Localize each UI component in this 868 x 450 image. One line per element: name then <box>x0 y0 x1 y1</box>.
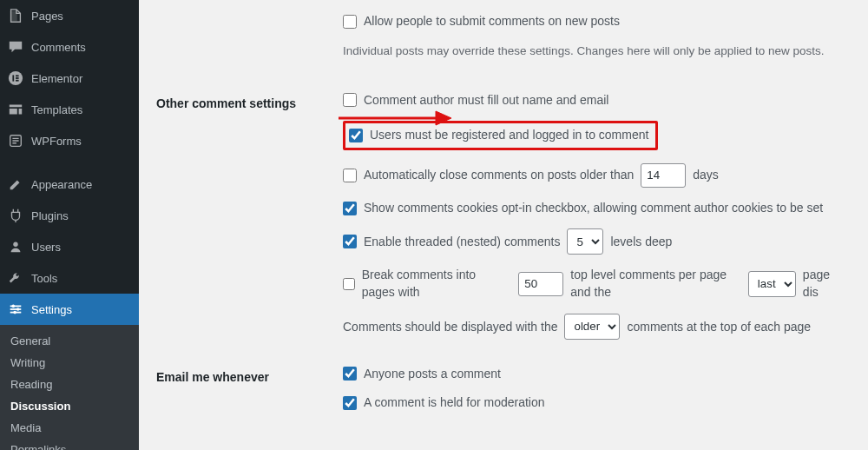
svg-rect-3 <box>16 75 19 76</box>
option-label: Users must be registered and logged in t… <box>370 127 648 144</box>
must-register-checkbox[interactable] <box>349 129 363 142</box>
option-suffix: comments at the top of each page <box>627 320 811 334</box>
threaded-comments-checkbox[interactable] <box>343 235 357 248</box>
sidebar-item-label: WPForms <box>31 135 82 148</box>
auto-close-checkbox[interactable] <box>343 169 357 182</box>
threaded-levels-select[interactable]: 5 <box>567 228 603 255</box>
svg-point-7 <box>13 242 17 247</box>
admin-sidebar: Pages Comments Elementor Templates WPFor… <box>0 0 139 450</box>
sidebar-item-label: Appearance <box>31 178 92 191</box>
submenu-reading[interactable]: Reading <box>0 374 139 395</box>
option-suffix: days <box>693 167 719 184</box>
sidebar-item-label: Comments <box>31 41 86 54</box>
sidebar-item-templates[interactable]: Templates <box>0 94 139 125</box>
sidebar-item-tools[interactable]: Tools <box>0 262 139 294</box>
sidebar-item-label: Plugins <box>31 209 69 222</box>
settings-icon <box>7 301 24 318</box>
allow-comments-checkbox[interactable] <box>343 15 357 29</box>
must-register-option[interactable]: Users must be registered and logged in t… <box>349 127 648 144</box>
svg-rect-4 <box>16 77 19 79</box>
elementor-icon <box>7 69 24 87</box>
email-me-settings: Anyone posts a comment A comment is held… <box>343 366 842 424</box>
must-register-callout: Users must be registered and logged in t… <box>343 121 658 150</box>
before-comment-heading: Before a comment appears <box>156 437 334 450</box>
pages-icon <box>7 7 24 24</box>
option-label: Anyone posts a comment <box>364 366 501 383</box>
plugins-icon <box>7 207 24 224</box>
require-name-email-option[interactable]: Comment author must fill out name and em… <box>343 92 608 109</box>
sidebar-item-plugins[interactable]: Plugins <box>0 200 139 231</box>
paginate-comments-checkbox[interactable] <box>343 277 355 291</box>
sidebar-item-pages[interactable]: Pages <box>0 0 139 31</box>
cookies-optin-checkbox[interactable] <box>343 202 357 215</box>
email-on-post-option[interactable]: Anyone posts a comment <box>343 366 501 383</box>
users-icon <box>7 238 24 255</box>
option-label: Comments should be displayed with the <box>343 320 557 334</box>
email-on-moderation-checkbox[interactable] <box>343 396 357 410</box>
svg-point-12 <box>16 308 20 311</box>
option-label: Comment author must fill out name and em… <box>364 92 608 109</box>
sidebar-item-comments[interactable]: Comments <box>0 31 139 63</box>
option-label: Allow people to submit comments on new p… <box>364 13 620 30</box>
auto-close-option[interactable]: Automatically close comments on posts ol… <box>343 163 719 188</box>
submenu-writing[interactable]: Writing <box>0 352 139 374</box>
templates-icon <box>7 101 24 118</box>
comment-order-select[interactable]: older <box>564 314 620 340</box>
comments-icon <box>7 38 24 56</box>
other-comment-settings: Comment author must fill out name and em… <box>343 92 842 340</box>
submenu-permalinks[interactable]: Permalinks <box>0 439 139 450</box>
settings-submenu: General Writing Reading Discussion Media… <box>0 325 139 450</box>
submenu-general[interactable]: General <box>0 330 139 352</box>
email-on-moderation-option[interactable]: A comment is held for moderation <box>343 394 545 412</box>
svg-rect-0 <box>10 11 17 22</box>
option-mid: top level comments per page and the <box>570 267 741 301</box>
admin-menu: Pages Comments Elementor Templates WPFor… <box>0 0 139 325</box>
sidebar-item-users[interactable]: Users <box>0 231 139 262</box>
option-suffix: levels deep <box>610 234 672 251</box>
menu-separator <box>0 156 139 169</box>
threaded-comments-option[interactable]: Enable threaded (nested) comments 5 leve… <box>343 228 672 255</box>
paginate-comments-option[interactable]: Break comments into pages with top level… <box>343 267 842 301</box>
allow-comments-option[interactable]: Allow people to submit comments on new p… <box>343 13 620 30</box>
cookies-optin-option[interactable]: Show comments cookies opt-in checkbox, a… <box>343 200 823 217</box>
option-label: Enable threaded (nested) comments <box>364 234 560 251</box>
option-suffix: page dis <box>803 267 842 301</box>
sidebar-item-label: Elementor <box>31 72 82 85</box>
option-label: A comment is held for moderation <box>364 394 545 412</box>
option-label: Show comments cookies opt-in checkbox, a… <box>364 200 823 217</box>
default-page-select[interactable]: last <box>748 271 796 297</box>
option-label: Break comments into pages with <box>362 267 512 301</box>
require-name-email-checkbox[interactable] <box>343 93 357 107</box>
sidebar-item-label: Settings <box>31 303 72 316</box>
sidebar-item-appearance[interactable]: Appearance <box>0 169 139 200</box>
auto-close-days-input[interactable] <box>641 163 686 188</box>
sidebar-item-label: Templates <box>31 103 82 116</box>
email-me-heading: Email me whenever <box>156 353 334 437</box>
default-article-settings: Allow people to submit comments on new p… <box>343 13 842 66</box>
sidebar-item-label: Users <box>31 241 61 254</box>
sidebar-item-elementor[interactable]: Elementor <box>0 63 139 94</box>
sidebar-item-label: Pages <box>31 10 63 23</box>
comment-order-row: Comments should be displayed with the ol… <box>343 314 811 340</box>
other-comment-settings-heading: Other comment settings <box>156 79 334 353</box>
sidebar-item-wpforms[interactable]: WPForms <box>0 125 139 156</box>
default-settings-note: Individual posts may override these sett… <box>343 44 842 57</box>
svg-rect-5 <box>16 80 19 82</box>
settings-content: Allow people to submit comments on new p… <box>139 0 868 450</box>
submenu-discussion[interactable]: Discussion <box>0 395 139 417</box>
svg-point-13 <box>13 311 16 314</box>
comments-per-page-input[interactable] <box>518 272 563 296</box>
tools-icon <box>7 269 24 287</box>
wpforms-icon <box>7 132 24 149</box>
sidebar-item-settings[interactable]: Settings <box>0 294 139 325</box>
svg-rect-2 <box>12 75 14 81</box>
appearance-icon <box>7 175 24 193</box>
submenu-media[interactable]: Media <box>0 417 139 439</box>
svg-point-11 <box>12 305 16 308</box>
email-on-post-checkbox[interactable] <box>343 367 357 381</box>
sidebar-item-label: Tools <box>31 272 57 285</box>
option-label: Automatically close comments on posts ol… <box>364 167 634 184</box>
